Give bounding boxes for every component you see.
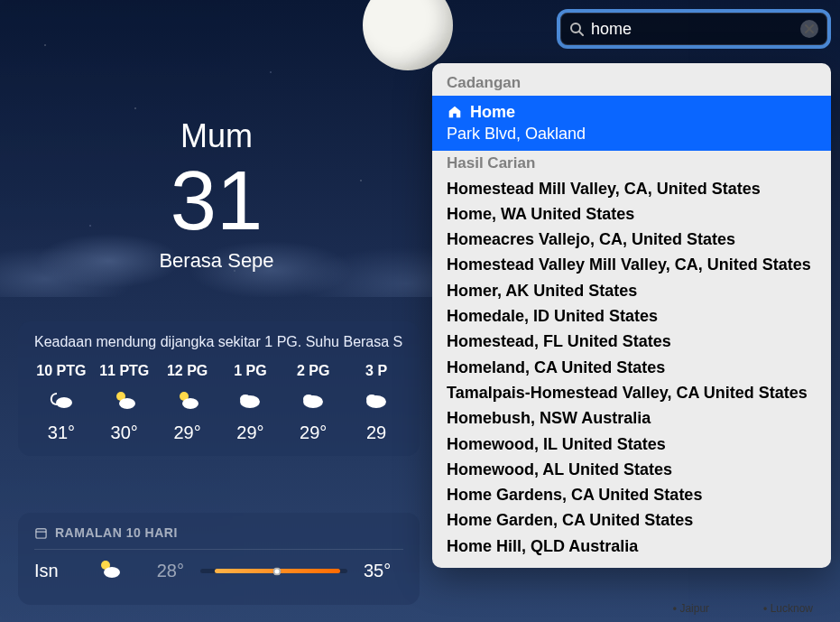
search-result-item[interactable]: Homestead, FL United States [432, 329, 831, 354]
search-result-item[interactable]: Home Hill, QLD Australia [432, 534, 831, 559]
hourly-row: 10 PTG31°11 PTG30°12 PG29°1 PG29°2 PG29°… [34, 363, 403, 443]
day-high-temp: 35° [364, 561, 403, 581]
forecast-summary: Keadaan mendung dijangka sekitar 1 PG. S… [34, 334, 403, 350]
search-result-item[interactable]: Tamalpais-Homestead Valley, CA United St… [432, 380, 831, 405]
hour-temperature: 29° [236, 422, 263, 443]
current-temperature: 31 [0, 159, 433, 242]
search-result-item[interactable]: Homer, AK United States [432, 278, 831, 303]
hour-temperature: 29° [173, 422, 200, 443]
svg-point-4 [182, 398, 198, 409]
search-field[interactable] [560, 13, 827, 45]
home-icon [447, 104, 463, 120]
svg-point-0 [56, 397, 72, 408]
feels-like-label: Berasa Sepe [0, 249, 433, 273]
map-city-labels: Jaipur Lucknow [673, 602, 813, 615]
suggestions-header: Cadangan [432, 70, 831, 96]
weather-icon [48, 388, 75, 413]
svg-point-6 [240, 395, 251, 404]
search-result-item[interactable]: Homeacres Vallejo, CA, United States [432, 227, 831, 252]
ten-day-header-text: RAMALAN 10 HARI [55, 525, 178, 540]
search-result-item[interactable]: Home, WA United States [432, 201, 831, 227]
hour-label: 2 PG [297, 363, 329, 379]
search-result-item[interactable]: Homebush, NSW Australia [432, 405, 831, 431]
search-results-dropdown: Cadangan Home Park Blvd, Oakland Hasil C… [432, 63, 831, 568]
search-result-item[interactable]: Homedale, ID United States [432, 303, 831, 329]
ten-day-header: RAMALAN 10 HARI [34, 525, 403, 540]
hour-column: 11 PTG30° [97, 363, 152, 443]
map-label-lucknow: Lucknow [763, 602, 813, 615]
hour-temperature: 29 [366, 422, 386, 443]
hour-label: 1 PG [234, 363, 266, 379]
hour-temperature: 29° [300, 422, 327, 443]
clear-search-button[interactable] [800, 20, 818, 38]
hour-label: 3 P [365, 363, 387, 379]
search-result-item[interactable]: Home Garden, CA United States [432, 507, 831, 533]
hour-temperature: 30° [111, 422, 138, 443]
temp-range-bar [200, 569, 347, 573]
weather-icon [300, 388, 327, 413]
weather-icon [363, 388, 390, 413]
hour-column: 12 PG29° [161, 363, 215, 443]
hour-temperature: 31° [48, 422, 75, 443]
svg-line-16 [579, 32, 583, 35]
city-name: Mum [0, 117, 433, 155]
weather-icon [111, 388, 138, 413]
suggestion-home-title: Home [470, 101, 515, 123]
search-result-item[interactable]: Homeland, CA United States [432, 355, 831, 380]
search-result-item[interactable]: Home Gardens, CA United States [432, 482, 831, 507]
suggestion-home-subtitle: Park Blvd, Oakland [447, 123, 817, 144]
search-icon [569, 22, 584, 36]
hour-label: 10 PTG [36, 363, 86, 379]
svg-point-14 [104, 567, 120, 578]
search-result-item[interactable]: Homestead Valley Mill Valley, CA, United… [432, 252, 831, 277]
hour-label: 12 PG [167, 363, 208, 379]
suggestion-home[interactable]: Home Park Blvd, Oakland [432, 96, 831, 151]
map-label-jaipur: Jaipur [673, 602, 709, 615]
close-icon [805, 24, 814, 33]
current-weather: Mum 31 Berasa Sepe [0, 117, 433, 273]
results-header: Hasil Carian [432, 151, 831, 176]
svg-point-8 [303, 395, 314, 404]
search-result-item[interactable]: Homestead Mill Valley, CA, United States [432, 176, 831, 201]
calendar-icon [34, 526, 48, 540]
day-low-temp: 28° [144, 561, 184, 581]
search-result-item[interactable]: Homewood, IL United States [432, 432, 831, 457]
hour-column: 2 PG29° [286, 363, 340, 443]
weather-icon [96, 557, 128, 585]
day-forecast-row[interactable]: Isn28°35° [34, 549, 403, 592]
hour-column: 10 PTG31° [34, 363, 88, 443]
svg-rect-11 [36, 528, 46, 537]
svg-point-2 [119, 398, 135, 409]
hourly-forecast-panel: Keadaan mendung dijangka sekitar 1 PG. S… [18, 321, 420, 456]
day-name: Isn [34, 561, 79, 581]
weather-icon [236, 388, 263, 413]
hour-column: 3 P29 [349, 363, 403, 443]
svg-point-10 [366, 395, 377, 404]
search-input[interactable] [591, 20, 800, 39]
weather-icon [174, 388, 201, 413]
search-result-item[interactable]: Homewood, AL United States [432, 457, 831, 482]
ten-day-forecast-panel: RAMALAN 10 HARI Isn28°35° [18, 513, 420, 605]
hour-column: 1 PG29° [223, 363, 277, 443]
hour-label: 11 PTG [99, 363, 149, 379]
